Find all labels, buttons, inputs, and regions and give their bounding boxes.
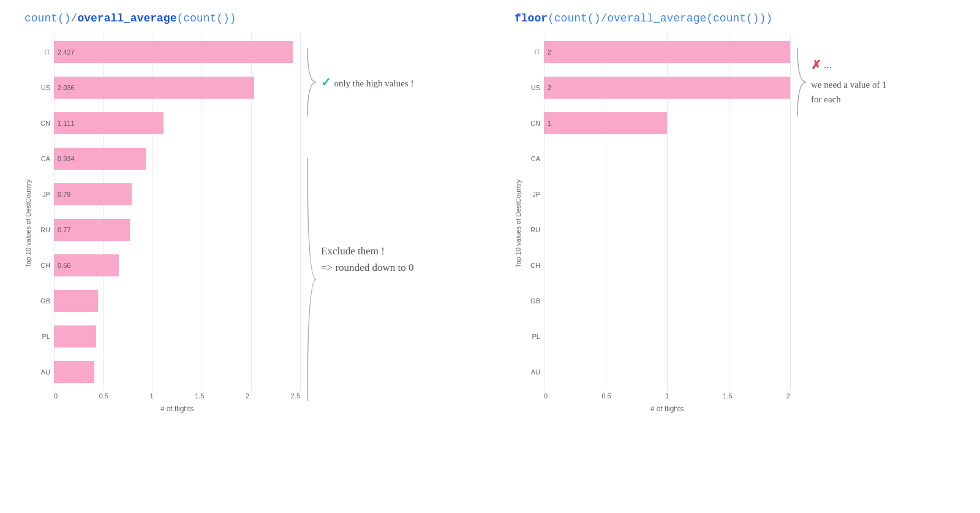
grid-line (153, 141, 153, 177)
x-annotation-line: ✗ ... (811, 58, 887, 72)
bar-label: PL (37, 333, 54, 340)
grid-line (251, 177, 252, 212)
bar-track (544, 248, 790, 283)
grid-line (790, 70, 791, 105)
grid-line (202, 177, 202, 212)
grid-line (729, 319, 729, 354)
page-container: count()/overall_average(count()) Top 10 … (24, 12, 956, 413)
x-tick: 2 (786, 392, 790, 400)
grid-line (251, 141, 252, 177)
bar-label: CH (37, 262, 54, 269)
grid-line (606, 248, 606, 283)
bar-track: 1 (544, 105, 790, 141)
grid-line (790, 34, 791, 70)
grid-line (202, 105, 202, 141)
checkmark-icon: ✓ (321, 75, 331, 89)
title-overall: overall_average (77, 12, 176, 25)
bar-label: AU (527, 368, 544, 376)
grid-line (300, 34, 301, 70)
grid-line (606, 141, 606, 177)
grid-line (300, 248, 301, 283)
left-chart-section: count()/overall_average(count()) Top 10 … (24, 12, 466, 413)
grid-line (729, 105, 729, 141)
bar-row: CA0.934 (37, 141, 300, 177)
grid-line (790, 283, 791, 319)
bar-row: AU (37, 354, 300, 390)
bar-row: PL (37, 319, 300, 354)
title-count: count (24, 12, 58, 25)
bar-row: JP0.79 (37, 177, 300, 212)
right-brace-group: ✗ ... we need a value of 1for each (796, 47, 887, 118)
bar-row: CH0.66 (37, 248, 300, 283)
bar-fill: 0.934 (54, 148, 146, 170)
bar-label: CN (527, 120, 544, 127)
grid-line (790, 177, 791, 212)
grid-line (667, 248, 668, 283)
right-bars-container: IT2US2CN1CAJPRUCHGBPLAU (527, 34, 790, 390)
grid-line (544, 248, 545, 283)
ellipsis-text: ... (824, 59, 832, 71)
bar-label: JP (37, 191, 54, 198)
right-chart-section: floor(count()/overall_average(count())) … (514, 12, 956, 413)
bar-label: US (527, 84, 544, 91)
right-chart-area: IT2US2CN1CAJPRUCHGBPLAU 00.511.52 # of f… (527, 34, 790, 413)
grid-line (153, 248, 153, 283)
grid-line (202, 283, 202, 319)
bottom-annotation-text: Exclude them ! => rounded down to 0 (321, 243, 413, 276)
bar-value-label: 0.934 (58, 155, 75, 162)
bar-track: 0.934 (54, 141, 300, 177)
high-values-text: only the high values ! (334, 78, 413, 88)
bar-value-label: 1 (548, 120, 551, 127)
grid-line (667, 141, 668, 177)
bar-label: CA (37, 155, 54, 162)
bar-label: RU (527, 226, 544, 234)
bar-track: 0.66 (54, 248, 300, 283)
grid-line (790, 212, 791, 248)
grid-line (300, 212, 301, 248)
bar-track (544, 141, 790, 177)
grid-line (153, 354, 153, 390)
grid-line (606, 319, 606, 354)
grid-line (202, 354, 202, 390)
bar-track (544, 354, 790, 390)
bar-track: 0.79 (54, 177, 300, 212)
bar-fill: 2 (544, 41, 790, 63)
bar-label: IT (37, 48, 54, 56)
title-floor-args: (count()/overall_average(count())) (548, 12, 772, 25)
bar-label: AU (37, 368, 54, 376)
bar-label: JP (527, 191, 544, 198)
grid-line (202, 141, 202, 177)
grid-line (153, 283, 153, 319)
bar-value-label: 2 (548, 84, 551, 91)
grid-line (202, 212, 202, 248)
bar-fill: 0.66 (54, 254, 119, 276)
right-x-axis-label: # of flights (527, 405, 790, 413)
bar-row: US2.036 (37, 70, 300, 105)
bar-row: CA (527, 141, 790, 177)
bar-value-label: 2.427 (58, 48, 75, 56)
grid-line (300, 105, 301, 141)
right-x-ticks: 00.511.52 (544, 392, 790, 400)
left-chart-area: IT2.427US2.036CN1.111CA0.934JP0.79RU0.77… (37, 34, 300, 413)
right-brace-svg (796, 47, 807, 118)
bar-label: RU (37, 226, 54, 234)
x-tick: 0.5 (99, 392, 108, 400)
bar-fill: 1 (544, 112, 667, 134)
bar-fill: 1.111 (54, 112, 164, 134)
bar-value-label: 1.111 (58, 120, 75, 127)
grid-line (667, 177, 668, 212)
bar-value-label: 2 (548, 48, 551, 56)
grid-line (251, 319, 252, 354)
bottom-brace-svg (306, 157, 317, 402)
top-annotation-text: ✓ only the high values ! (321, 75, 413, 89)
bar-track (544, 283, 790, 319)
bar-label: GB (527, 297, 544, 305)
x-tick: 1.5 (723, 392, 732, 400)
right-x-axis: 00.511.52 (527, 392, 790, 400)
bar-value-label: 0.79 (58, 191, 70, 198)
grid-line (729, 283, 729, 319)
x-tick: 1.5 (195, 392, 204, 400)
need-value-text: we need a value of 1for each (811, 77, 887, 107)
right-annotations: ✗ ... we need a value of 1for each (796, 34, 956, 413)
bar-value-label: 2.036 (58, 84, 75, 91)
